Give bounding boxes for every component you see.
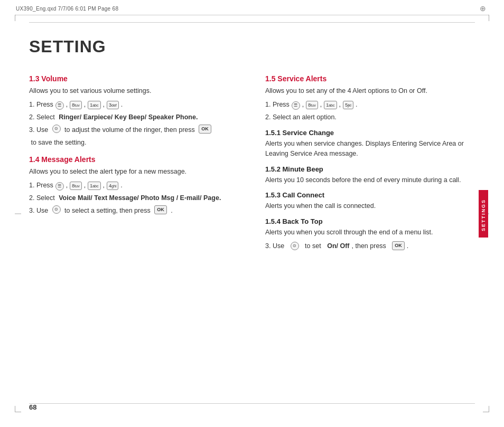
section-1-5-2: 1.5.2 Minute Beep Alerts you 10 seconds … — [265, 165, 475, 185]
side-mark-left — [15, 213, 21, 214]
step2-1-5: 2. Select an alert option. — [265, 112, 337, 122]
step2-bold-1-3: Ringer/ Earpiece/ Key Beep/ Speaker Phon… — [59, 112, 198, 122]
settings-sidebar-bar: SETTINGS — [479, 190, 488, 238]
menu-icon-1-4: ☰ — [55, 182, 64, 191]
4ghi-icon-1-4: 4ghi — [107, 182, 118, 190]
col-right: 1.5 Service Alerts Allows you to set any… — [260, 67, 475, 253]
nav-icon-1-5-4: ⊙ — [291, 242, 299, 250]
page-number: 68 — [29, 403, 36, 411]
bottom-line — [29, 403, 475, 404]
section-1-5-4: 1.5.4 Back To Top Alerts you when you sc… — [265, 217, 475, 251]
1abc-icon-1-4: 1abc — [88, 182, 100, 190]
section-1-5-3-heading: 1.5.3 Call Connect — [265, 191, 475, 199]
section-1-5-2-heading: 1.5.2 Minute Beep — [265, 165, 475, 173]
main-content: SETTING 1.3 Volume Allows you to set var… — [29, 21, 475, 403]
section-1-5-step1: 1. Press ☰, 8tuv, 1abc, 5jkl. — [265, 99, 475, 110]
section-1-5-intro: Allows you to set any of the 4 Alert opt… — [265, 86, 475, 96]
section-1-5-1-text: Alerts you when service changes. Display… — [265, 139, 475, 159]
section-1-3-step2: 2. Select Ringer/ Earpiece/ Key Beep/ Sp… — [29, 112, 239, 122]
section-1-5-4-heading: 1.5.4 Back To Top — [265, 217, 475, 225]
corner-mark-bl — [15, 406, 21, 412]
section-1-5-4-step3: 3. Use ⊙ to set On/ Off , then press OK … — [265, 241, 475, 251]
corner-mark-tl — [15, 15, 21, 21]
file-header: UX390_Eng.qxd 7/7/06 6:01 PM Page 68 — [16, 4, 488, 15]
section-1-3-step1: 1. Press ☰, 8tuv, 1abc, 3def. — [29, 99, 239, 110]
ok-icon-1-4: OK — [154, 205, 167, 214]
section-1-5: 1.5 Service Alerts Allows you to set any… — [265, 74, 475, 122]
step1-prefix: 1. Press — [29, 99, 53, 110]
section-1-5-step2: 2. Select an alert option. — [265, 112, 475, 122]
8tuv-icon-1-5: 8tuv — [306, 101, 318, 109]
8tuv-icon-1-4: 8tuv — [70, 182, 81, 190]
section-1-4-intro: Allows you to select the alert type for … — [29, 167, 239, 177]
step3-end-1-4: . — [169, 205, 173, 216]
ok-icon-1-3: OK — [199, 125, 211, 134]
section-1-3-heading: 1.3 Volume — [29, 74, 239, 83]
step2-bold-1-4: Voice Mail/ Text Message/ Photo Msg / E-… — [59, 193, 221, 203]
3def-icon-1-3: 3def — [107, 101, 119, 109]
section-1-5-4-text: Alerts you when you scroll through the e… — [265, 227, 475, 238]
section-1-3-intro: Allows you to set various volume setting… — [29, 86, 239, 96]
1abc-icon-1-3: 1abc — [88, 101, 100, 109]
section-1-5-2-text: Alerts you 10 seconds before the end of … — [265, 175, 475, 185]
section-1-3: 1.3 Volume Allows you to set various vol… — [29, 74, 239, 148]
corner-mark-br — [483, 406, 489, 412]
section-1-5-1: 1.5.1 Service Change Alerts you when ser… — [265, 129, 475, 159]
step1-prefix-1-5: 1. Press — [265, 99, 290, 110]
section-1-5-3: 1.5.3 Call Connect Alerts you when the c… — [265, 191, 475, 211]
file-header-text: UX390_Eng.qxd 7/7/06 6:01 PM Page 68 — [16, 6, 118, 12]
5jkl-icon-1-5: 5jkl — [343, 101, 353, 109]
8tuv-icon-1-3: 8tuv — [70, 101, 81, 109]
step3-end-1-5-4: . — [407, 241, 408, 251]
1abc-icon-1-5: 1abc — [324, 101, 337, 109]
ok-icon-1-5-4: OK — [392, 241, 405, 250]
step3-prefix-1-5-4: 3. Use — [265, 241, 284, 251]
step3-text-1-4: to select a setting, then press — [63, 205, 153, 216]
step3-prefix-1-4: 3. Use — [29, 205, 50, 216]
step3-text-1-5-4: to set — [305, 241, 321, 251]
section-1-4: 1.4 Message Alerts Allows you to select … — [29, 155, 239, 216]
section-1-5-3-text: Alerts you when the call is connected. — [265, 201, 475, 211]
menu-icon-1-5: ☰ — [292, 101, 300, 110]
menu-icon-1-3: ☰ — [55, 101, 64, 110]
step3-prefix-1-3: 3. Use — [29, 125, 50, 135]
nav-icon-1-3: ⊙ — [52, 125, 61, 133]
step3-text-1-3: to adjust the volume of the ringer, then… — [63, 125, 197, 135]
section-1-4-step2: 2. Select Voice Mail/ Text Message/ Phot… — [29, 193, 239, 203]
step3-then-1-5-4: , then press — [352, 241, 386, 251]
step3-bold-1-5-4: On/ Off — [327, 241, 349, 251]
columns-layout: 1.3 Volume Allows you to set various vol… — [29, 67, 475, 253]
crosshair-icon — [480, 4, 488, 13]
col-left: 1.3 Volume Allows you to set various vol… — [29, 67, 244, 253]
step1-prefix-1-4: 1. Press — [29, 180, 53, 191]
step3-end-1-3: to save the setting. — [29, 137, 86, 148]
section-1-5-1-heading: 1.5.1 Service Change — [265, 129, 475, 137]
section-1-3-step3: 3. Use ⊙ to adjust the volume of the rin… — [29, 125, 239, 148]
page-title: SETTING — [29, 37, 475, 56]
step2-prefix-1-4: 2. Select — [29, 193, 57, 203]
section-1-4-heading: 1.4 Message Alerts — [29, 155, 239, 164]
section-1-4-step1: 1. Press ☰, 8tuv, 1abc, 4ghi. — [29, 180, 239, 191]
step2-prefix-1-3: 2. Select — [29, 112, 57, 122]
corner-mark-tr — [483, 15, 489, 21]
section-1-5-heading: 1.5 Service Alerts — [265, 74, 475, 83]
section-1-4-step3: 3. Use ⊙ to select a setting, then press… — [29, 205, 239, 216]
nav-icon-1-4: ⊙ — [52, 205, 61, 214]
page-wrapper: UX390_Eng.qxd 7/7/06 6:01 PM Page 68 SET… — [0, 0, 504, 427]
